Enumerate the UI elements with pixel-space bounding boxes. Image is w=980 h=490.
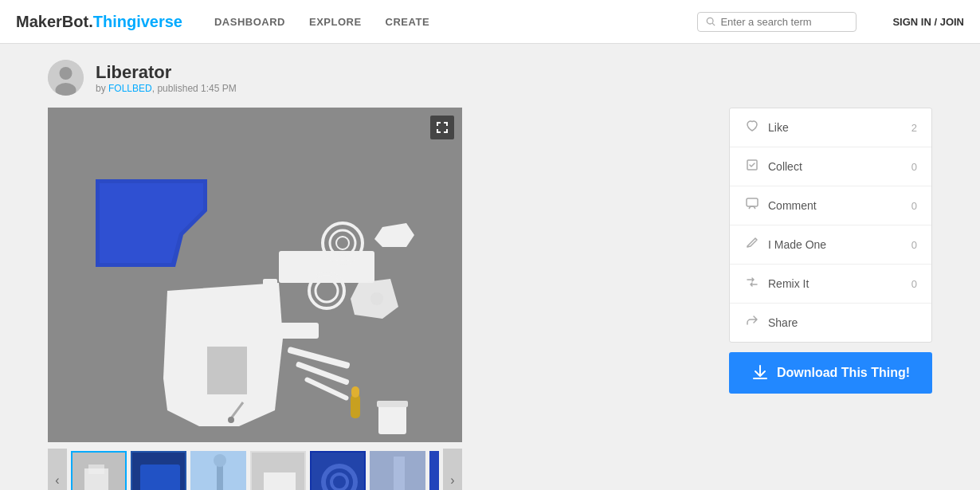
svg-rect-46: [747, 198, 758, 206]
svg-rect-17: [351, 386, 359, 398]
thumbnail-7[interactable]: [429, 451, 439, 491]
download-label: Download This Thing!: [777, 366, 910, 380]
svg-rect-24: [251, 287, 279, 295]
thumbnail-4[interactable]: [250, 451, 306, 491]
svg-rect-16: [351, 394, 360, 418]
author-link[interactable]: FOLLBED: [108, 83, 152, 94]
i-made-one-icon: [744, 237, 760, 253]
collect-label: Collect: [768, 160, 904, 173]
nav-explore[interactable]: EXPLORE: [309, 16, 362, 28]
nav-dashboard[interactable]: DASHBOARD: [214, 16, 285, 28]
thing-image: [48, 108, 462, 442]
collect-count: 0: [911, 161, 917, 173]
main-image-container: [48, 108, 462, 442]
share-action[interactable]: Share: [730, 304, 931, 342]
thumbnail-next-button[interactable]: ›: [443, 449, 462, 490]
logo[interactable]: MakerBot.Thingiverse: [16, 13, 182, 31]
share-icon: [744, 315, 760, 331]
svg-point-3: [60, 67, 73, 80]
thing-meta: by FOLLBED, published 1:45 PM: [96, 83, 237, 94]
nav-create[interactable]: CREATE: [386, 16, 429, 28]
svg-rect-25: [251, 303, 279, 311]
like-count: 2: [911, 122, 917, 134]
expand-button[interactable]: [430, 116, 454, 139]
svg-rect-26: [251, 315, 279, 323]
thing-title: Liberator: [96, 62, 237, 83]
image-section: ‹: [48, 108, 713, 490]
svg-rect-42: [394, 457, 405, 491]
search-icon: [706, 16, 715, 27]
svg-rect-22: [279, 323, 319, 339]
thing-info: Liberator by FOLLBED, published 1:45 PM: [96, 62, 237, 94]
remix-it-count: 0: [911, 278, 917, 290]
svg-rect-32: [140, 465, 180, 491]
collect-icon: [744, 159, 760, 174]
svg-point-0: [708, 18, 714, 24]
thumbnail-6[interactable]: [370, 451, 425, 491]
download-button[interactable]: Download This Thing!: [729, 352, 932, 394]
comment-action[interactable]: Comment 0: [730, 186, 931, 225]
action-panel: Like 2 Collect 0 Comment 0: [729, 108, 932, 343]
download-icon: [751, 364, 769, 382]
like-label: Like: [768, 121, 904, 134]
search-bar[interactable]: [697, 12, 857, 32]
svg-rect-43: [431, 453, 439, 491]
thumbnail-prev-button[interactable]: ‹: [48, 449, 67, 490]
svg-rect-30: [88, 465, 104, 474]
remix-icon: [744, 276, 760, 292]
svg-rect-38: [312, 453, 366, 491]
logo-thingiverse: Thingiverse: [93, 13, 182, 31]
remix-it-label: Remix It: [768, 277, 904, 290]
search-input[interactable]: [720, 16, 848, 28]
sidebar: Like 2 Collect 0 Comment 0: [729, 108, 932, 490]
svg-point-21: [228, 417, 234, 423]
svg-line-1: [713, 23, 715, 25]
svg-rect-23: [263, 279, 277, 319]
thumbnail-2[interactable]: [131, 451, 186, 491]
thing-header: Liberator by FOLLBED, published 1:45 PM: [48, 60, 932, 96]
i-made-one-action[interactable]: I Made One 0: [730, 225, 931, 265]
header: MakerBot.Thingiverse DASHBOARD EXPLORE C…: [0, 0, 980, 44]
thing-image-svg: [48, 108, 462, 442]
thumbnails-row: ‹: [48, 449, 462, 490]
sign-in-button[interactable]: SIGN IN / JOIN: [892, 16, 964, 28]
thumbnail-scroll: [71, 451, 439, 491]
thumbnail-5[interactable]: [310, 451, 366, 491]
comment-icon: [744, 198, 760, 214]
svg-point-27: [370, 292, 383, 305]
main-row: ‹: [48, 108, 932, 490]
thumbnail-1[interactable]: [71, 451, 127, 491]
i-made-one-label: I Made One: [768, 238, 904, 251]
avatar-icon: [48, 60, 84, 96]
page-content: Liberator by FOLLBED, published 1:45 PM: [0, 44, 980, 490]
share-label: Share: [768, 316, 909, 329]
like-action[interactable]: Like 2: [730, 108, 931, 147]
thumbnail-3[interactable]: [190, 451, 246, 491]
remix-it-action[interactable]: Remix It 0: [730, 265, 931, 304]
i-made-one-count: 0: [911, 239, 917, 251]
avatar: [48, 60, 84, 96]
comment-label: Comment: [768, 199, 904, 212]
main-nav: DASHBOARD EXPLORE CREATE: [214, 16, 429, 28]
like-icon: [744, 120, 760, 135]
svg-rect-6: [207, 347, 247, 394]
logo-makerbot: MakerBot.: [16, 13, 93, 31]
comment-count: 0: [911, 200, 917, 212]
expand-icon: [436, 121, 449, 134]
svg-point-35: [214, 454, 226, 467]
svg-rect-37: [264, 472, 296, 491]
svg-rect-19: [377, 401, 408, 407]
collect-action[interactable]: Collect 0: [730, 147, 931, 186]
